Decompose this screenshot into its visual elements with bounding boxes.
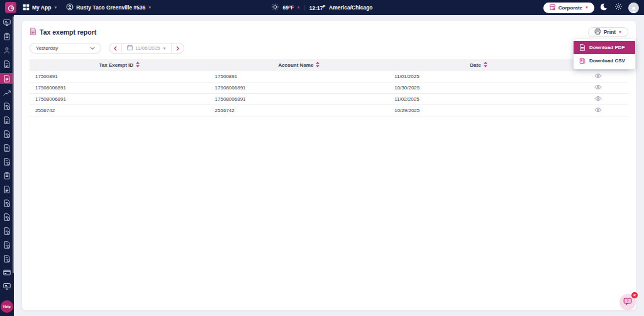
- cell-tax-exempt-id: 17508006891: [30, 94, 209, 105]
- monitor-icon: [3, 19, 11, 26]
- sidebar-icon-list: [0, 15, 14, 295]
- brand-logo-icon[interactable]: [5, 2, 16, 13]
- table-body: 175008911750089111/01/202517508006891175…: [30, 71, 628, 116]
- column-header-tax-exempt-id[interactable]: Tax Exempt ID: [30, 59, 209, 71]
- docbadge-icon: [3, 227, 11, 235]
- date-picker[interactable]: 11/06/2025 ▼: [121, 43, 172, 53]
- help-button[interactable]: Help: [1, 300, 13, 313]
- table-row: 175080068911750800689111/02/2025: [30, 94, 628, 105]
- error-badge: ✕: [631, 292, 638, 298]
- dark-mode-toggle[interactable]: [600, 3, 609, 13]
- chevron-down-icon: ▼: [162, 47, 166, 50]
- page-title: Tax exempt report: [30, 28, 96, 37]
- sidebar-item-clipboard[interactable]: [0, 31, 14, 41]
- cell-account-name: 17508006891: [209, 82, 389, 94]
- column-header-date[interactable]: Date: [389, 59, 569, 71]
- sidebar-item-monitor-2[interactable]: [0, 281, 14, 291]
- doc-icon: [3, 116, 11, 124]
- docbadge-icon: [3, 200, 11, 207]
- weather-toggle[interactable]: 69°F ▼: [282, 4, 300, 11]
- sidebar-scrollbar[interactable]: [13, 16, 14, 273]
- user-avatar[interactable]: [628, 3, 639, 13]
- menu-item-download-csv[interactable]: Download CSV: [574, 54, 635, 67]
- view-button[interactable]: [594, 107, 602, 113]
- sidebar-item-doc-badge-2[interactable]: [0, 129, 14, 138]
- view-button[interactable]: [594, 73, 602, 79]
- sidebar-item-doc-badge-8[interactable]: [0, 254, 14, 263]
- table-row: 175080068911750800689110/30/2025: [30, 82, 628, 94]
- column-header-account-name[interactable]: Account Name: [209, 59, 389, 71]
- cell-actions: [569, 94, 628, 105]
- sidebar-item-doc-badge-4[interactable]: [0, 198, 14, 208]
- cell-tax-exempt-id: 17500891: [30, 71, 209, 82]
- view-button[interactable]: [594, 96, 602, 101]
- card-icon: [3, 269, 11, 276]
- cell-actions: [569, 71, 628, 82]
- sidebar-item-tax-exempt-report[interactable]: [0, 73, 14, 84]
- chat-support-button[interactable]: ? ✕: [619, 294, 636, 310]
- cell-tax-exempt-id: 17508006891: [30, 82, 209, 94]
- sidebar-item-doc-settings[interactable]: [0, 59, 14, 69]
- sidebar-item-doc-2[interactable]: [0, 143, 14, 152]
- monitor-icon: [3, 283, 11, 290]
- print-button[interactable]: Print ▼: [588, 27, 628, 37]
- gear-icon: [614, 3, 623, 13]
- corporate-button[interactable]: Corporate ▼: [543, 3, 594, 13]
- person-badge-icon: [66, 3, 74, 12]
- sidebar-item-chart[interactable]: [0, 87, 14, 97]
- doc-icon: [3, 186, 11, 193]
- sidebar-item-doc-badge-6[interactable]: [0, 226, 14, 235]
- app-switcher[interactable]: My App ▼: [23, 4, 57, 12]
- sidebar-item-users[interactable]: [0, 45, 14, 55]
- eye-icon: [594, 107, 602, 113]
- table-header-row: Tax Exempt IDAccount NameDateAction(s): [30, 59, 628, 71]
- sun-icon: [271, 3, 279, 12]
- calendar-icon: [127, 45, 133, 52]
- date-range-value: Yesterday: [36, 45, 58, 51]
- sidebar-item-doc-badge-5[interactable]: [0, 212, 14, 222]
- report-doc-icon: [30, 28, 36, 37]
- location-switcher[interactable]: Rusty Taco Greenville #536 ▼: [66, 3, 152, 12]
- date-navigator: 11/06/2025 ▼: [109, 43, 184, 54]
- sort-icon[interactable]: [484, 62, 487, 69]
- chevron-down-icon: ▼: [53, 6, 57, 9]
- location-label: Rusty Taco Greenville #536: [76, 4, 145, 11]
- date-value: 11/06/2025: [135, 45, 160, 51]
- doc-icon: [3, 75, 11, 82]
- sidebar-item-doc-badge[interactable]: [0, 101, 14, 111]
- sidebar-item-doc-badge-7[interactable]: [0, 240, 14, 249]
- sort-icon[interactable]: [316, 62, 319, 69]
- cell-account-name: 2556742: [209, 105, 389, 116]
- cell-date: 11/02/2025: [389, 94, 569, 105]
- main-content: Tax exempt report Print ▼ Download PDFDo…: [14, 15, 644, 316]
- prev-day-button[interactable]: [109, 43, 121, 53]
- cell-account-name: 17508006891: [209, 94, 389, 105]
- clock-time: 12:17P: [309, 4, 325, 11]
- temperature-value: 69°F: [282, 4, 294, 11]
- sort-icon[interactable]: [136, 62, 140, 69]
- navbar-status-center: 69°F ▼ | 12:17P America/Chicago: [271, 3, 372, 12]
- view-button[interactable]: [594, 84, 602, 90]
- doc-icon: [3, 144, 11, 152]
- sidebar-item-monitor[interactable]: [0, 18, 14, 27]
- eye-icon: [594, 73, 602, 79]
- next-day-button[interactable]: [172, 43, 184, 53]
- cell-date: 11/01/2025: [389, 71, 569, 82]
- sidebar-item-doc-3[interactable]: [0, 184, 14, 194]
- app-menu-label: My App: [32, 4, 51, 11]
- tax-exempt-table: Tax Exempt IDAccount NameDateAction(s) 1…: [30, 59, 628, 116]
- sidebar-item-doc-badge-3[interactable]: [0, 157, 14, 166]
- cell-account-name: 17500891: [209, 71, 389, 82]
- sidebar-item-card[interactable]: [0, 268, 14, 277]
- settings-button[interactable]: [614, 3, 623, 13]
- sidebar-item-doc[interactable]: [0, 115, 14, 125]
- print-dropdown-menu: Download PDFDownload CSV: [574, 39, 635, 69]
- grid-icon: [23, 4, 30, 12]
- timezone-label: America/Chicago: [329, 4, 372, 11]
- menu-item-download-pdf[interactable]: Download PDF: [574, 41, 635, 54]
- docbadge-icon: [3, 130, 11, 138]
- clipboard-icon: [3, 172, 11, 179]
- date-range-select[interactable]: Yesterday: [30, 43, 101, 54]
- sidebar-item-clipboard-2[interactable]: [0, 171, 14, 180]
- docbadge-icon: [3, 213, 11, 221]
